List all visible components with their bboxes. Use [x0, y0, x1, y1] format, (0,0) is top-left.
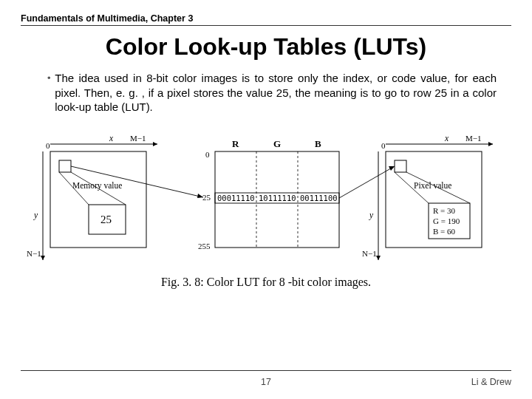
- svg-rect-5: [59, 160, 71, 172]
- pixel-r: R = 30: [433, 206, 456, 215]
- chapter-header: Fundamentals of Multimedia, Chapter 3: [21, 13, 511, 25]
- col-b: B: [315, 138, 321, 149]
- svg-rect-22: [395, 160, 406, 172]
- col-r: R: [232, 138, 239, 149]
- r-x-axis: x: [444, 134, 449, 143]
- bullet-marker: •: [47, 71, 55, 115]
- x-end-label: M−1: [130, 134, 146, 143]
- r-x-end: M−1: [466, 134, 481, 143]
- memory-value: 25: [100, 214, 112, 225]
- svg-marker-21: [376, 256, 381, 260]
- figure: 0 x M−1 y N−1 Memory value 25 R G B 0 25…: [21, 131, 511, 271]
- r-y-axis: y: [369, 211, 374, 220]
- y-axis-label: y: [33, 211, 38, 220]
- left-image-panel: 0 x M−1 y N−1 Memory value 25: [27, 134, 203, 260]
- bullet-item: • The idea used in 8-bit color images is…: [21, 71, 511, 115]
- right-image-panel: 0 x M−1 y N−1 Pixel value R = 30 G = 190…: [362, 134, 493, 260]
- lut-panel: R G B 0 25 255 00011110 10111110 0011110…: [198, 138, 395, 250]
- x-axis-label: x: [109, 134, 114, 143]
- r-y-end: N−1: [362, 249, 377, 258]
- svg-marker-4: [41, 256, 45, 260]
- figure-caption: Fig. 3. 8: Color LUT for 8 -bit color im…: [21, 276, 511, 289]
- lut-row-255: 255: [198, 242, 211, 250]
- header-rule: [21, 25, 511, 26]
- svg-marker-19: [488, 142, 493, 146]
- memory-value-label: Memory value: [72, 181, 122, 191]
- bits-r: 00011110: [217, 194, 255, 202]
- authors: Li & Drew: [471, 377, 511, 387]
- pixel-value-label: Pixel value: [414, 181, 451, 190]
- page-number: 17: [184, 377, 347, 387]
- pixel-b: B = 60: [433, 227, 456, 236]
- lut-row-0: 0: [205, 150, 210, 159]
- bits-g: 10111110: [259, 194, 296, 202]
- bullet-text: The idea used in 8-bit color images is t…: [55, 71, 497, 115]
- footer: 17 Li & Drew: [21, 370, 511, 387]
- bits-b: 00111100: [300, 194, 338, 202]
- origin-label: 0: [46, 141, 50, 150]
- pixel-g: G = 190: [433, 216, 460, 225]
- svg-line-15: [339, 166, 395, 198]
- col-g: G: [273, 138, 281, 149]
- y-end-label: N−1: [27, 249, 41, 258]
- lut-row-25: 25: [202, 193, 211, 202]
- slide-title: Color Look-up Tables (LUTs): [21, 33, 511, 61]
- svg-marker-2: [153, 142, 157, 146]
- r-origin: 0: [381, 141, 386, 150]
- svg-marker-16: [389, 166, 395, 171]
